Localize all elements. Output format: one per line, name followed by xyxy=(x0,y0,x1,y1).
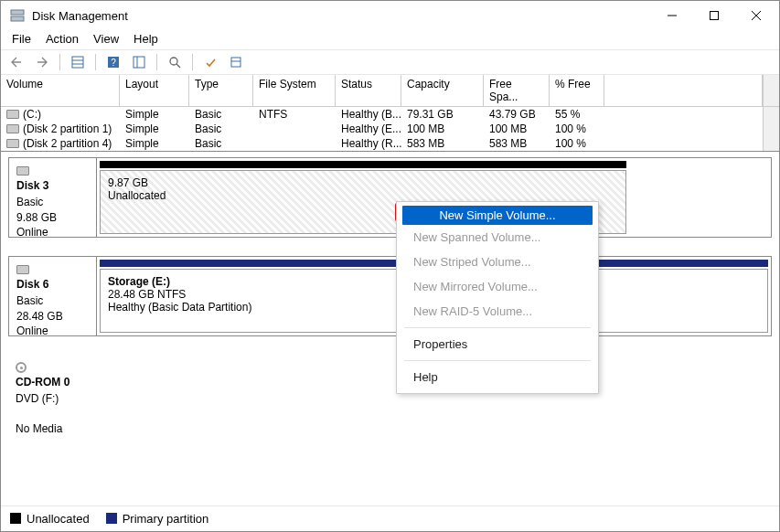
swatch-black xyxy=(10,513,21,524)
col-header-pctfree[interactable]: % Free xyxy=(550,75,604,107)
volume-capacity: 79.31 GB xyxy=(401,107,484,122)
statusbar: Unallocated Primary partition xyxy=(1,505,779,531)
forward-button[interactable] xyxy=(32,52,52,72)
disk-line3: Online xyxy=(16,226,48,239)
svg-line-14 xyxy=(176,64,180,68)
volume-pct: 100 % xyxy=(550,136,604,151)
menu-file[interactable]: File xyxy=(12,32,31,46)
svg-rect-3 xyxy=(711,12,719,20)
list-icon[interactable] xyxy=(226,52,246,72)
menu-item-new-striped-volume: New Striped Volume... xyxy=(397,250,598,274)
volume-icon xyxy=(6,124,19,133)
col-header-volume[interactable]: Volume xyxy=(1,75,120,107)
disk-label[interactable]: CD-ROM 0 DVD (F:) No Media xyxy=(8,355,96,428)
volume-pct: 100 % xyxy=(550,122,604,136)
disk-line3: No Media xyxy=(16,422,62,435)
settings-icon[interactable] xyxy=(129,52,149,72)
menu-view[interactable]: View xyxy=(93,32,119,46)
volume-name: (Disk 2 partition 1) xyxy=(23,122,112,135)
volume-row[interactable]: (Disk 2 partition 4) Simple Basic Health… xyxy=(1,136,763,151)
volume-type: Basic xyxy=(189,136,253,151)
svg-rect-0 xyxy=(11,10,24,15)
disk-line1: Basic xyxy=(16,196,43,208)
col-header-type[interactable]: Type xyxy=(189,75,253,107)
disk-icon xyxy=(16,166,29,176)
disk-name: CD-ROM 0 xyxy=(16,375,89,389)
col-header-capacity[interactable]: Capacity xyxy=(401,75,484,107)
disk-row-disk6: Disk 6 Basic 28.48 GB Online Storage (E:… xyxy=(8,256,772,336)
volume-rows: (C:) Simple Basic NTFS Healthy (B... 79.… xyxy=(1,107,763,151)
svg-text:?: ? xyxy=(111,58,116,68)
volume-icon xyxy=(6,110,19,119)
volume-fs xyxy=(253,122,336,136)
volume-header-row: Volume Layout Type File System Status Ca… xyxy=(1,75,779,107)
col-header-layout[interactable]: Layout xyxy=(120,75,189,107)
partition-label: Unallocated xyxy=(108,189,618,202)
disk-line1: DVD (F:) xyxy=(16,392,59,405)
volume-scrollbar[interactable] xyxy=(763,107,779,151)
disk-name: Disk 3 xyxy=(16,178,89,193)
svg-point-13 xyxy=(170,58,177,65)
partition-size: 9.87 GB xyxy=(108,176,618,189)
volume-status: Healthy (B... xyxy=(336,107,401,122)
volume-layout: Simple xyxy=(120,136,189,151)
view-list-icon[interactable] xyxy=(68,52,88,72)
menu-item-new-spanned-volume: New Spanned Volume... xyxy=(397,225,598,250)
app-icon xyxy=(10,8,25,23)
menu-item-help[interactable]: Help xyxy=(397,365,598,389)
action-icon[interactable] xyxy=(200,52,220,72)
svg-rect-11 xyxy=(134,57,144,68)
volume-free: 100 MB xyxy=(484,122,550,136)
volume-free: 583 MB xyxy=(484,136,550,151)
back-button[interactable] xyxy=(6,52,27,72)
maximize-button[interactable] xyxy=(693,1,735,30)
disk-row-disk3: Disk 3 Basic 9.88 GB Online 9.87 GB Unal… xyxy=(8,157,772,238)
col-header-status[interactable]: Status xyxy=(336,75,401,107)
scrollbar-header xyxy=(763,75,779,107)
menu-item-new-simple-volume[interactable]: New Simple Volume... xyxy=(402,206,593,225)
menu-item-new-raid5-volume: New RAID-5 Volume... xyxy=(397,299,598,324)
refresh-icon[interactable] xyxy=(165,52,185,72)
toolbar-separator xyxy=(156,54,157,70)
legend-primary: Primary partition xyxy=(106,512,209,526)
volume-pct: 55 % xyxy=(550,107,604,122)
menu-separator xyxy=(404,327,591,328)
minimize-button[interactable] xyxy=(651,1,693,30)
disk-name: Disk 6 xyxy=(16,277,89,292)
volume-layout: Simple xyxy=(120,107,189,122)
col-header-filesystem[interactable]: File System xyxy=(253,75,336,107)
volume-row[interactable]: (C:) Simple Basic NTFS Healthy (B... 79.… xyxy=(1,107,763,122)
disk-icon xyxy=(16,265,29,274)
close-button[interactable] xyxy=(735,1,777,30)
volume-type: Basic xyxy=(189,107,253,122)
legend-label: Primary partition xyxy=(123,512,209,526)
menu-item-new-mirrored-volume: New Mirrored Volume... xyxy=(397,274,598,299)
disk-label[interactable]: Disk 6 Basic 28.48 GB Online xyxy=(9,257,97,335)
volume-status: Healthy (E... xyxy=(336,122,401,136)
volume-row[interactable]: (Disk 2 partition 1) Simple Basic Health… xyxy=(1,122,763,136)
window-title: Disk Management xyxy=(32,9,651,23)
svg-rect-15 xyxy=(231,58,240,67)
help-icon[interactable]: ? xyxy=(103,52,123,72)
disk-line1: Basic xyxy=(16,294,43,307)
menu-help[interactable]: Help xyxy=(134,32,158,46)
svg-rect-1 xyxy=(11,16,24,21)
volume-type: Basic xyxy=(189,122,253,136)
cdrom-icon xyxy=(16,362,27,373)
disk-label[interactable]: Disk 3 Basic 9.88 GB Online xyxy=(9,158,97,237)
volume-list: Volume Layout Type File System Status Ca… xyxy=(1,75,779,152)
menu-separator xyxy=(404,360,591,361)
menubar: File Action View Help xyxy=(1,30,779,49)
menu-item-properties[interactable]: Properties xyxy=(397,332,598,356)
menu-action[interactable]: Action xyxy=(46,32,79,46)
partition-strip xyxy=(100,161,626,168)
volume-status: Healthy (R... xyxy=(336,136,401,151)
volume-fs: NTFS xyxy=(253,107,336,122)
window: Disk Management File Action View Help ? … xyxy=(0,0,780,532)
disk-line2: 9.88 GB xyxy=(16,211,57,224)
volume-capacity: 100 MB xyxy=(401,122,484,136)
toolbar-separator xyxy=(59,54,60,70)
col-header-free[interactable]: Free Spa... xyxy=(484,75,550,107)
legend-label: Unallocated xyxy=(27,512,90,526)
toolbar: ? xyxy=(1,49,779,75)
